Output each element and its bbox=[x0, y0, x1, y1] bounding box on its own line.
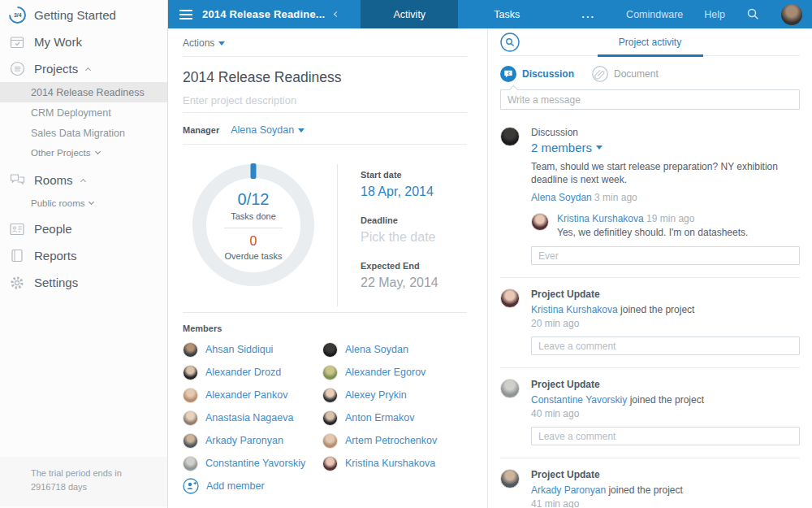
sidebar-item-project-sales-data-migration[interactable]: Sales Data Migration bbox=[0, 123, 167, 143]
hamburger-menu-icon[interactable] bbox=[179, 9, 193, 20]
search-icon[interactable] bbox=[746, 7, 760, 21]
discussion-members-dropdown[interactable]: 2 members bbox=[531, 141, 620, 154]
member-link[interactable]: Alexander Drozd bbox=[205, 367, 281, 378]
document-toggle[interactable]: Document bbox=[592, 66, 659, 82]
update-comment-input[interactable] bbox=[531, 336, 800, 355]
sidebar-item-other-projects[interactable]: Other Projects bbox=[0, 143, 167, 162]
manager-label: Manager bbox=[183, 125, 219, 135]
tab-tasks[interactable]: Tasks bbox=[458, 0, 555, 28]
member-row: Arkady Paronyan bbox=[183, 429, 322, 452]
add-member-button[interactable]: Add member bbox=[183, 475, 322, 497]
member-link[interactable]: Alexey Prykin bbox=[345, 389, 407, 401]
member-row: Ahsan Siddiqui bbox=[183, 338, 322, 361]
sidebar-item-project-2014-release-readiness[interactable]: 2014 Release Readiness bbox=[0, 82, 167, 102]
update-avatar bbox=[500, 289, 520, 308]
deadline-picker[interactable]: Pick the date bbox=[361, 230, 438, 245]
discussion-avatar bbox=[500, 127, 520, 146]
sidebar-label-projects: Projects bbox=[34, 62, 78, 76]
sidebar-label-reports: Reports bbox=[34, 249, 77, 263]
overdue-count: 0 bbox=[250, 234, 257, 249]
update-title: Project Update bbox=[531, 469, 800, 480]
my-work-icon bbox=[8, 36, 26, 49]
start-date-value[interactable]: 18 Apr, 2014 bbox=[361, 185, 438, 199]
user-avatar[interactable] bbox=[781, 4, 802, 25]
sidebar-item-reports[interactable]: Reports bbox=[0, 242, 167, 269]
tasks-done-count: 0/12 bbox=[238, 190, 270, 209]
update-action: joined the project bbox=[630, 394, 704, 406]
member-link[interactable]: Constantine Yavorskiy bbox=[205, 458, 305, 469]
expand-chevron-icon bbox=[89, 199, 94, 205]
more-tabs-button[interactable]: ... bbox=[581, 8, 595, 20]
sidebar-label-people: People bbox=[34, 222, 72, 236]
tab-activity[interactable]: Activity bbox=[361, 0, 458, 28]
member-link[interactable]: Artem Petrochenkov bbox=[345, 435, 437, 446]
paperclip-icon bbox=[592, 66, 608, 82]
member-avatar bbox=[183, 433, 198, 449]
member-link[interactable]: Alexander Egorov bbox=[345, 367, 425, 378]
member-row: Alexander Egorov bbox=[322, 361, 462, 384]
trial-period-note: The trial period ends in 2916718 days bbox=[0, 457, 167, 506]
member-link[interactable]: Ahsan Siddiqui bbox=[205, 344, 273, 355]
author-link[interactable]: Constantine Yavorskiy bbox=[531, 394, 627, 406]
topbar-project-title[interactable]: 2014 Release Readine... bbox=[202, 8, 325, 20]
update-comment-input[interactable] bbox=[531, 427, 800, 445]
discussion-entry: Discussion 2 members Team, should we sta… bbox=[500, 127, 800, 265]
rooms-icon bbox=[8, 173, 26, 187]
topbar: 2014 Release Readine... Activity Tasks .… bbox=[168, 0, 812, 28]
timestamp: 19 min ago bbox=[646, 213, 694, 224]
update-avatar bbox=[500, 379, 520, 398]
sidebar-item-settings[interactable]: Settings bbox=[0, 269, 167, 296]
update-action: joined the project bbox=[620, 304, 694, 315]
actions-dropdown[interactable]: Actions bbox=[183, 36, 240, 50]
sidebar-item-project-crm-deployment[interactable]: CRM Deployment bbox=[0, 102, 167, 123]
collapse-chevron-icon bbox=[80, 178, 85, 184]
update-title: Project Update bbox=[531, 379, 800, 390]
member-link[interactable]: Alena Soydan bbox=[345, 344, 408, 355]
back-chevron-icon[interactable] bbox=[335, 12, 346, 16]
reports-icon bbox=[8, 249, 26, 263]
member-avatar bbox=[183, 410, 198, 426]
divider bbox=[183, 312, 467, 313]
reply-message: Yes, we definitley should. I'm on datash… bbox=[557, 227, 748, 238]
project-activity-panel: Project activity Discussion Document Dis… bbox=[487, 28, 812, 508]
member-link[interactable]: Anastasia Nagaeva bbox=[205, 412, 293, 423]
people-icon bbox=[8, 223, 26, 236]
expected-end-value: 22 May, 2014 bbox=[361, 276, 438, 290]
write-message-input[interactable] bbox=[500, 89, 800, 110]
manager-dropdown[interactable]: Alena Soydan bbox=[231, 124, 304, 136]
sidebar-item-projects[interactable]: Projects bbox=[0, 55, 167, 82]
discussion-comment-input[interactable] bbox=[531, 246, 800, 265]
discussion-toggle[interactable]: Discussion bbox=[500, 66, 574, 82]
sidebar-item-my-work[interactable]: My Work bbox=[0, 28, 167, 55]
author-link[interactable]: Alena Soydan bbox=[531, 192, 592, 203]
author-link[interactable]: Kristina Kurshakova bbox=[557, 213, 644, 224]
sidebar-item-public-rooms[interactable]: Public rooms bbox=[0, 193, 167, 212]
member-row: Alena Soydan bbox=[322, 338, 462, 361]
project-title[interactable]: 2014 Release Readiness bbox=[183, 69, 467, 86]
project-overview-panel: Actions 2014 Release Readiness Enter pro… bbox=[168, 28, 487, 508]
timestamp: 40 min ago bbox=[531, 408, 800, 419]
project-dates: Start date 18 Apr, 2014 Deadline Pick th… bbox=[337, 164, 438, 306]
projects-icon bbox=[8, 61, 26, 76]
tab-project-activity[interactable]: Project activity bbox=[500, 37, 800, 48]
sidebar-item-rooms[interactable]: Rooms bbox=[0, 167, 167, 193]
sidebar-item-people[interactable]: People bbox=[0, 215, 167, 242]
brand-menu[interactable]: Comindware bbox=[626, 9, 683, 20]
help-link[interactable]: Help bbox=[704, 9, 725, 20]
member-link[interactable]: Kristina Kurshakova bbox=[345, 458, 435, 469]
author-link[interactable]: Arkady Paronyan bbox=[531, 484, 606, 496]
author-link[interactable]: Kristina Kurshakova bbox=[531, 304, 618, 315]
project-description-placeholder[interactable]: Enter project description bbox=[183, 94, 467, 106]
divider bbox=[183, 144, 467, 145]
reply-avatar bbox=[531, 213, 549, 231]
gear-icon bbox=[8, 276, 26, 290]
member-avatar bbox=[183, 456, 198, 471]
divider bbox=[224, 228, 283, 228]
member-link[interactable]: Alexander Pankov bbox=[205, 389, 287, 401]
sidebar-item-getting-started[interactable]: 3/4 Getting Started bbox=[0, 2, 167, 28]
member-link[interactable]: Anton Ermakov bbox=[345, 412, 414, 423]
member-avatar bbox=[322, 433, 338, 449]
member-link[interactable]: Arkady Paronyan bbox=[205, 435, 283, 446]
active-tab-underline bbox=[598, 54, 703, 57]
member-row: Kristina Kurshakova bbox=[322, 452, 462, 475]
